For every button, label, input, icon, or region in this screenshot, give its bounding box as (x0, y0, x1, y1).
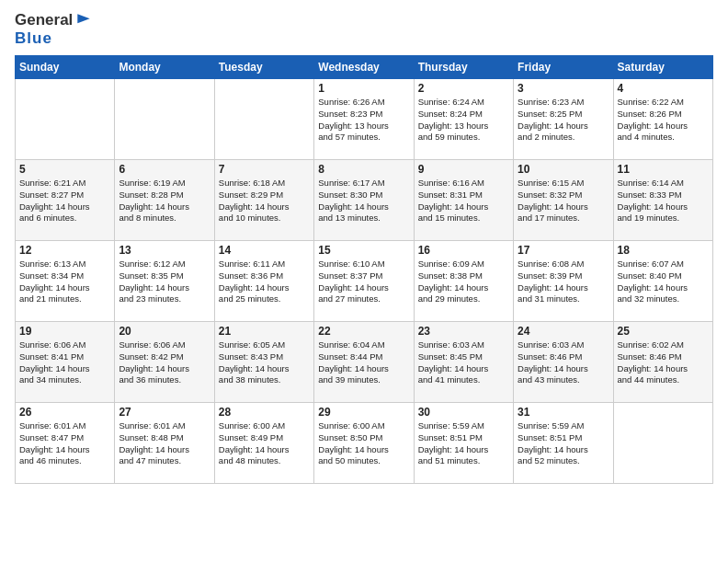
calendar-cell: 19Sunrise: 6:06 AM Sunset: 8:41 PM Dayli… (16, 322, 115, 403)
day-number: 28 (219, 406, 310, 419)
calendar-cell: 10Sunrise: 6:15 AM Sunset: 8:32 PM Dayli… (514, 160, 613, 241)
calendar-cell: 18Sunrise: 6:07 AM Sunset: 8:40 PM Dayli… (613, 241, 712, 322)
day-number: 14 (219, 244, 310, 257)
calendar-cell: 31Sunrise: 5:59 AM Sunset: 8:51 PM Dayli… (514, 403, 613, 484)
day-number: 24 (518, 325, 609, 338)
day-number: 23 (418, 325, 509, 338)
day-number: 15 (318, 244, 409, 257)
logo-flag-icon (74, 11, 93, 29)
day-info: Sunrise: 6:05 AM Sunset: 8:43 PM Dayligh… (219, 339, 310, 386)
weekday-header-tuesday: Tuesday (214, 56, 313, 79)
calendar-cell: 17Sunrise: 6:08 AM Sunset: 8:39 PM Dayli… (514, 241, 613, 322)
day-info: Sunrise: 5:59 AM Sunset: 8:51 PM Dayligh… (418, 420, 509, 467)
calendar-cell: 6Sunrise: 6:19 AM Sunset: 8:28 PM Daylig… (115, 160, 214, 241)
calendar-cell: 21Sunrise: 6:05 AM Sunset: 8:43 PM Dayli… (214, 322, 313, 403)
calendar-cell (115, 79, 214, 160)
calendar-cell: 26Sunrise: 6:01 AM Sunset: 8:47 PM Dayli… (16, 403, 115, 484)
logo-general: General (15, 11, 73, 29)
calendar-cell: 3Sunrise: 6:23 AM Sunset: 8:25 PM Daylig… (514, 79, 613, 160)
day-info: Sunrise: 6:15 AM Sunset: 8:32 PM Dayligh… (518, 178, 609, 224)
day-number: 6 (119, 163, 210, 176)
week-row-3: 19Sunrise: 6:06 AM Sunset: 8:41 PM Dayli… (16, 322, 713, 403)
day-info: Sunrise: 6:16 AM Sunset: 8:31 PM Dayligh… (418, 178, 509, 224)
day-number: 29 (318, 406, 409, 419)
calendar-cell: 22Sunrise: 6:04 AM Sunset: 8:44 PM Dayli… (314, 322, 414, 403)
weekday-header-row: SundayMondayTuesdayWednesdayThursdayFrid… (16, 56, 713, 79)
day-info: Sunrise: 6:14 AM Sunset: 8:33 PM Dayligh… (618, 178, 709, 224)
calendar-cell (613, 403, 712, 484)
calendar-cell: 8Sunrise: 6:17 AM Sunset: 8:30 PM Daylig… (314, 160, 414, 241)
day-number: 31 (518, 406, 609, 419)
calendar-cell: 29Sunrise: 6:00 AM Sunset: 8:50 PM Dayli… (314, 403, 414, 484)
calendar-table: SundayMondayTuesdayWednesdayThursdayFrid… (15, 55, 713, 484)
day-info: Sunrise: 6:00 AM Sunset: 8:50 PM Dayligh… (318, 420, 409, 467)
day-number: 16 (418, 244, 509, 257)
day-number: 22 (318, 325, 409, 338)
day-number: 20 (119, 325, 210, 338)
day-number: 7 (219, 163, 310, 176)
day-number: 18 (618, 244, 709, 257)
day-info: Sunrise: 6:19 AM Sunset: 8:28 PM Dayligh… (119, 178, 210, 224)
day-info: Sunrise: 6:24 AM Sunset: 8:24 PM Dayligh… (418, 97, 509, 144)
day-number: 2 (418, 82, 509, 95)
day-info: Sunrise: 6:02 AM Sunset: 8:46 PM Dayligh… (618, 339, 709, 386)
day-number: 21 (219, 325, 310, 338)
day-number: 11 (618, 163, 709, 176)
day-info: Sunrise: 6:01 AM Sunset: 8:48 PM Dayligh… (119, 420, 210, 467)
day-number: 12 (19, 244, 110, 257)
day-number: 25 (618, 325, 709, 338)
day-number: 17 (518, 244, 609, 257)
calendar-cell: 23Sunrise: 6:03 AM Sunset: 8:45 PM Dayli… (414, 322, 513, 403)
day-info: Sunrise: 6:03 AM Sunset: 8:46 PM Dayligh… (518, 339, 609, 386)
day-number: 26 (19, 406, 110, 419)
calendar-cell: 15Sunrise: 6:10 AM Sunset: 8:37 PM Dayli… (314, 241, 414, 322)
day-info: Sunrise: 6:23 AM Sunset: 8:25 PM Dayligh… (518, 97, 609, 144)
day-info: Sunrise: 6:11 AM Sunset: 8:36 PM Dayligh… (219, 259, 310, 305)
day-info: Sunrise: 6:13 AM Sunset: 8:34 PM Dayligh… (19, 259, 110, 305)
day-info: Sunrise: 5:59 AM Sunset: 8:51 PM Dayligh… (518, 420, 609, 467)
day-info: Sunrise: 6:06 AM Sunset: 8:42 PM Dayligh… (119, 339, 210, 386)
calendar-cell: 7Sunrise: 6:18 AM Sunset: 8:29 PM Daylig… (214, 160, 313, 241)
weekday-header-thursday: Thursday (414, 56, 513, 79)
svg-marker-0 (78, 14, 90, 23)
weekday-header-saturday: Saturday (613, 56, 712, 79)
calendar-cell: 30Sunrise: 5:59 AM Sunset: 8:51 PM Dayli… (414, 403, 513, 484)
day-info: Sunrise: 6:22 AM Sunset: 8:26 PM Dayligh… (618, 97, 709, 144)
day-info: Sunrise: 6:08 AM Sunset: 8:39 PM Dayligh… (518, 259, 609, 305)
calendar-cell: 20Sunrise: 6:06 AM Sunset: 8:42 PM Dayli… (115, 322, 214, 403)
day-info: Sunrise: 6:26 AM Sunset: 8:23 PM Dayligh… (318, 97, 409, 144)
day-info: Sunrise: 6:17 AM Sunset: 8:30 PM Dayligh… (318, 178, 409, 224)
day-number: 3 (518, 82, 609, 95)
weekday-header-wednesday: Wednesday (314, 56, 414, 79)
calendar-cell (16, 79, 115, 160)
weekday-header-monday: Monday (115, 56, 214, 79)
calendar-cell: 13Sunrise: 6:12 AM Sunset: 8:35 PM Dayli… (115, 241, 214, 322)
day-info: Sunrise: 6:10 AM Sunset: 8:37 PM Dayligh… (318, 259, 409, 305)
logo-blue: Blue (15, 29, 93, 48)
day-number: 5 (19, 163, 110, 176)
day-number: 10 (518, 163, 609, 176)
calendar-cell: 11Sunrise: 6:14 AM Sunset: 8:33 PM Dayli… (613, 160, 712, 241)
day-number: 27 (119, 406, 210, 419)
day-number: 19 (19, 325, 110, 338)
calendar-cell (214, 79, 313, 160)
calendar-cell: 1Sunrise: 6:26 AM Sunset: 8:23 PM Daylig… (314, 79, 414, 160)
day-number: 13 (119, 244, 210, 257)
calendar-cell: 25Sunrise: 6:02 AM Sunset: 8:46 PM Dayli… (613, 322, 712, 403)
day-info: Sunrise: 6:21 AM Sunset: 8:27 PM Dayligh… (19, 178, 110, 224)
logo: General Blue (15, 11, 93, 48)
weekday-header-friday: Friday (514, 56, 613, 79)
header: General Blue (15, 11, 713, 48)
calendar-cell: 14Sunrise: 6:11 AM Sunset: 8:36 PM Dayli… (214, 241, 313, 322)
calendar-cell: 28Sunrise: 6:00 AM Sunset: 8:49 PM Dayli… (214, 403, 313, 484)
calendar-cell: 5Sunrise: 6:21 AM Sunset: 8:27 PM Daylig… (16, 160, 115, 241)
day-number: 1 (318, 82, 409, 95)
day-number: 4 (618, 82, 709, 95)
day-number: 30 (418, 406, 509, 419)
day-info: Sunrise: 6:06 AM Sunset: 8:41 PM Dayligh… (19, 339, 110, 386)
calendar-cell: 4Sunrise: 6:22 AM Sunset: 8:26 PM Daylig… (613, 79, 712, 160)
day-info: Sunrise: 6:07 AM Sunset: 8:40 PM Dayligh… (618, 259, 709, 305)
calendar-cell: 12Sunrise: 6:13 AM Sunset: 8:34 PM Dayli… (16, 241, 115, 322)
day-info: Sunrise: 6:18 AM Sunset: 8:29 PM Dayligh… (219, 178, 310, 224)
day-number: 8 (318, 163, 409, 176)
